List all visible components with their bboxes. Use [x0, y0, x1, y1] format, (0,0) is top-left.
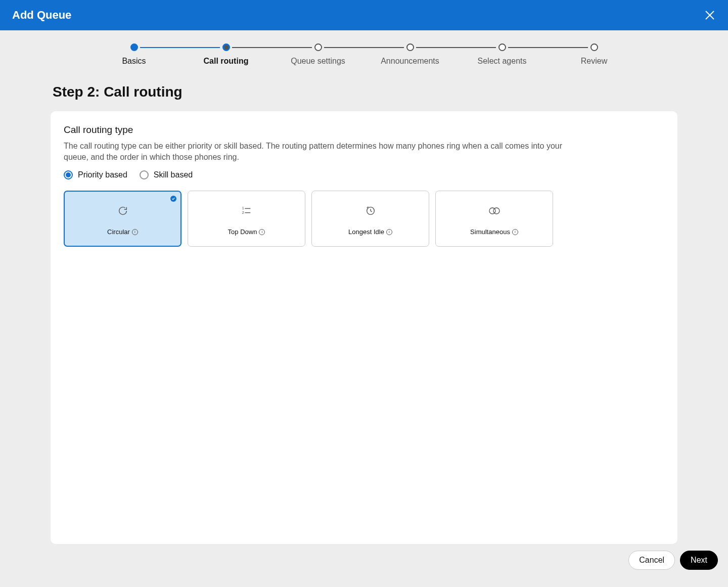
- step-announcements[interactable]: Announcements: [364, 43, 456, 66]
- close-icon: [704, 10, 715, 21]
- modal-header: Add Queue: [0, 0, 728, 30]
- footer-actions: Cancel Next: [628, 551, 718, 570]
- step-label: Queue settings: [291, 57, 345, 66]
- pattern-label-row: Simultaneousi: [470, 228, 518, 236]
- pattern-card-top-down[interactable]: 12Top Downi: [188, 191, 305, 247]
- cancel-button[interactable]: Cancel: [628, 551, 675, 570]
- step-label: Select agents: [478, 57, 527, 66]
- info-icon[interactable]: i: [132, 229, 138, 235]
- info-icon[interactable]: i: [259, 229, 265, 235]
- top-down-icon: 12: [241, 205, 252, 217]
- step-label: Call routing: [204, 57, 249, 66]
- svg-text:2: 2: [242, 210, 244, 215]
- step-queue-settings[interactable]: Queue settings: [272, 43, 364, 66]
- pattern-label: Longest Idle: [348, 228, 384, 236]
- check-icon: [170, 196, 176, 202]
- pattern-card-simultaneous[interactable]: Simultaneousi: [435, 191, 553, 247]
- stepper: BasicsCall routingQueue settingsAnnounce…: [0, 30, 728, 70]
- pattern-label-row: Circulari: [107, 228, 138, 236]
- step-circle-icon: [130, 43, 138, 51]
- step-circle-icon: [590, 43, 598, 51]
- modal-title: Add Queue: [12, 9, 71, 22]
- radio-priority-based[interactable]: Priority based: [64, 170, 127, 179]
- close-button[interactable]: [704, 9, 716, 21]
- step-circle-icon: [406, 43, 414, 51]
- step-select-agents[interactable]: Select agents: [456, 43, 548, 66]
- simultaneous-icon: [488, 205, 501, 217]
- pattern-label: Circular: [107, 228, 130, 236]
- routing-pattern-grid: Circulari12Top DowniLongest IdleiSimulta…: [64, 191, 664, 247]
- radio-circle-icon: [64, 170, 73, 179]
- longest-idle-icon: [365, 205, 376, 217]
- pattern-label: Simultaneous: [470, 228, 510, 236]
- routing-basis-radio-group: Priority basedSkill based: [64, 170, 664, 179]
- section-title: Call routing type: [64, 124, 664, 136]
- info-icon[interactable]: i: [512, 229, 518, 235]
- info-icon[interactable]: i: [386, 229, 392, 235]
- page-heading: Step 2: Call routing: [53, 84, 728, 100]
- radio-label: Skill based: [154, 170, 193, 179]
- step-circle-icon: [498, 43, 506, 51]
- pattern-card-circular[interactable]: Circulari: [64, 191, 181, 247]
- pattern-label: Top Down: [228, 228, 257, 236]
- content-card: Call routing type The call routing type …: [51, 111, 677, 544]
- next-button[interactable]: Next: [680, 551, 718, 570]
- pattern-label-row: Top Downi: [228, 228, 265, 236]
- radio-skill-based[interactable]: Skill based: [140, 170, 193, 179]
- pattern-label-row: Longest Idlei: [348, 228, 392, 236]
- pattern-card-longest-idle[interactable]: Longest Idlei: [311, 191, 429, 247]
- section-description: The call routing type can be either prio…: [64, 141, 564, 162]
- step-review[interactable]: Review: [548, 43, 640, 66]
- step-label: Review: [581, 57, 607, 66]
- step-circle-icon: [222, 43, 230, 51]
- circular-icon: [117, 205, 128, 217]
- step-basics[interactable]: Basics: [88, 43, 180, 66]
- radio-circle-icon: [140, 170, 149, 179]
- step-label: Announcements: [381, 57, 439, 66]
- step-label: Basics: [122, 57, 146, 66]
- svg-point-8: [493, 208, 499, 214]
- step-call-routing[interactable]: Call routing: [180, 43, 272, 66]
- step-circle-icon: [314, 43, 322, 51]
- radio-label: Priority based: [78, 170, 127, 179]
